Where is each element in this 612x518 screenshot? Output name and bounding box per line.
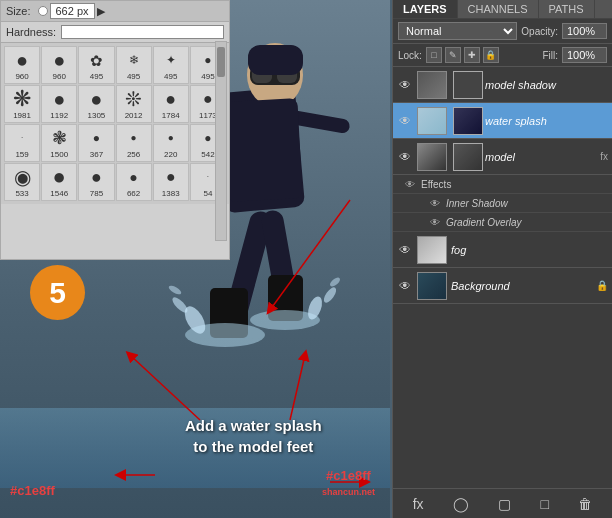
brush-cell[interactable]: ●1305 [78, 85, 114, 123]
lock-transparent-btn[interactable]: □ [426, 47, 442, 63]
brush-cell[interactable]: ●662 [116, 163, 152, 201]
add-style-btn[interactable]: fx [409, 494, 428, 514]
brush-cell[interactable]: ·159 [4, 124, 40, 162]
layer-item[interactable]: 👁model shadow [393, 67, 612, 103]
watermark: shancun.net [322, 487, 375, 497]
effect-visibility-icon[interactable]: 👁 [428, 215, 442, 229]
layer-name: water splash [485, 115, 608, 127]
blend-mode-select[interactable]: Normal Multiply Screen [398, 22, 517, 40]
fill-input[interactable] [562, 47, 607, 63]
brush-cell[interactable]: ❃1500 [41, 124, 77, 162]
brush-cell[interactable]: ●367 [78, 124, 114, 162]
brush-cell[interactable]: ●1383 [153, 163, 189, 201]
new-group-btn[interactable]: ▢ [494, 494, 515, 514]
layer-name: model shadow [485, 79, 608, 91]
color-label-left: #c1e8ff [10, 483, 55, 498]
brush-cell[interactable]: ●256 [116, 124, 152, 162]
brush-panel: Size: 662 px ▶ Hardness: ●960●960✿495❄49… [0, 0, 230, 260]
step-number-badge: 5 [30, 265, 85, 320]
hardness-slider[interactable] [61, 25, 224, 39]
layer-visibility-toggle[interactable]: 👁 [397, 113, 413, 129]
brush-cell[interactable]: ❊2012 [116, 85, 152, 123]
layer-visibility-toggle[interactable]: 👁 [397, 278, 413, 294]
layer-mask-thumbnail [453, 107, 483, 135]
brush-cell[interactable]: ●960 [4, 46, 40, 84]
layer-locked-icon: 🔒 [596, 280, 608, 291]
tab-channels[interactable]: CHANNELS [458, 0, 539, 18]
tab-paths[interactable]: PATHS [539, 0, 595, 18]
effects-visibility-icon[interactable]: 👁 [403, 177, 417, 191]
brush-cell[interactable]: ❋1981 [4, 85, 40, 123]
svg-point-20 [322, 285, 339, 304]
layer-item[interactable]: 👁modelfx [393, 139, 612, 175]
svg-rect-10 [222, 98, 302, 202]
delete-layer-btn[interactable]: 🗑 [574, 494, 596, 514]
layer-effect-item[interactable]: 👁Gradient Overlay [393, 213, 612, 232]
layer-visibility-toggle[interactable]: 👁 [397, 242, 413, 258]
layer-visibility-toggle[interactable]: 👁 [397, 77, 413, 93]
lock-fill-row: Lock: □ ✎ ✚ 🔒 Fill: [393, 44, 612, 67]
brush-cell[interactable]: ◉533 [4, 163, 40, 201]
layers-panel: LAYERS CHANNELS PATHS Normal Multiply Sc… [392, 0, 612, 518]
effect-name: Gradient Overlay [446, 217, 522, 228]
layer-fx-button[interactable]: fx [600, 151, 608, 162]
layer-thumbnail [417, 143, 447, 171]
layer-item[interactable]: 👁water splash [393, 103, 612, 139]
fill-label: Fill: [542, 50, 558, 61]
lock-icons: □ ✎ ✚ 🔒 [426, 47, 499, 63]
layer-effect-item[interactable]: 👁Inner Shadow [393, 194, 612, 213]
tab-layers[interactable]: LAYERS [393, 0, 458, 18]
opacity-label: Opacity: [521, 26, 558, 37]
layer-thumbnail [417, 272, 447, 300]
brush-cell[interactable]: ●220 [153, 124, 189, 162]
color-label-right: #c1e8ff shancun.net [322, 468, 375, 498]
brush-cell[interactable]: ●960 [41, 46, 77, 84]
brush-cell[interactable]: ●1784 [153, 85, 189, 123]
brush-cell[interactable]: ●785 [78, 163, 114, 201]
lock-position-btn[interactable]: ✚ [464, 47, 480, 63]
brush-cell[interactable]: ❄495 [116, 46, 152, 84]
effects-header: 👁Effects [393, 175, 612, 194]
brush-cell[interactable]: ✦495 [153, 46, 189, 84]
layers-bottom-toolbar: fx ◯ ▢ □ 🗑 [393, 488, 612, 518]
svg-point-22 [328, 276, 341, 288]
opacity-input[interactable] [562, 23, 607, 39]
brush-scroll-thumb[interactable] [217, 47, 225, 77]
layer-item[interactable]: 👁Background🔒 [393, 268, 612, 304]
brush-grid: ●960●960✿495❄495✦495●495❋1981●1192●1305❊… [1, 43, 229, 204]
annotation-text: Add a water splash to the model feet [185, 415, 322, 457]
layer-thumbnail [417, 236, 447, 264]
size-label: Size: [6, 5, 30, 17]
add-mask-btn[interactable]: ◯ [449, 494, 473, 514]
layer-mask-thumbnail [453, 143, 483, 171]
layer-item[interactable]: 👁fog [393, 232, 612, 268]
layer-mask-thumbnail [453, 71, 483, 99]
effect-visibility-icon[interactable]: 👁 [428, 196, 442, 210]
effect-name: Inner Shadow [446, 198, 508, 209]
layer-visibility-toggle[interactable]: 👁 [397, 149, 413, 165]
brush-size-row: Size: 662 px ▶ [1, 1, 229, 22]
layer-thumbnail [417, 107, 447, 135]
hardness-label: Hardness: [6, 26, 56, 38]
svg-point-19 [170, 295, 190, 315]
svg-point-21 [167, 284, 182, 296]
brush-size-value[interactable]: 662 px [50, 3, 95, 19]
brush-hardness-row: Hardness: [1, 22, 229, 43]
brush-cell[interactable]: ●1192 [41, 85, 77, 123]
brush-cell[interactable]: ●1546 [41, 163, 77, 201]
brush-scrollbar[interactable] [215, 41, 227, 241]
layer-name: Background [451, 280, 608, 292]
layer-name: fog [451, 244, 608, 256]
lock-image-btn[interactable]: ✎ [445, 47, 461, 63]
new-layer-btn[interactable]: □ [537, 494, 553, 514]
layers-tabs: LAYERS CHANNELS PATHS [393, 0, 612, 19]
layer-thumbnail [417, 71, 447, 99]
lock-label: Lock: [398, 50, 422, 61]
effects-label: Effects [421, 179, 451, 190]
lock-all-btn[interactable]: 🔒 [483, 47, 499, 63]
brush-size-arrow-btn[interactable]: ▶ [97, 5, 105, 18]
layer-name: model [485, 151, 596, 163]
blend-opacity-row: Normal Multiply Screen Opacity: [393, 19, 612, 44]
size-circle-icon [38, 6, 48, 16]
brush-cell[interactable]: ✿495 [78, 46, 114, 84]
